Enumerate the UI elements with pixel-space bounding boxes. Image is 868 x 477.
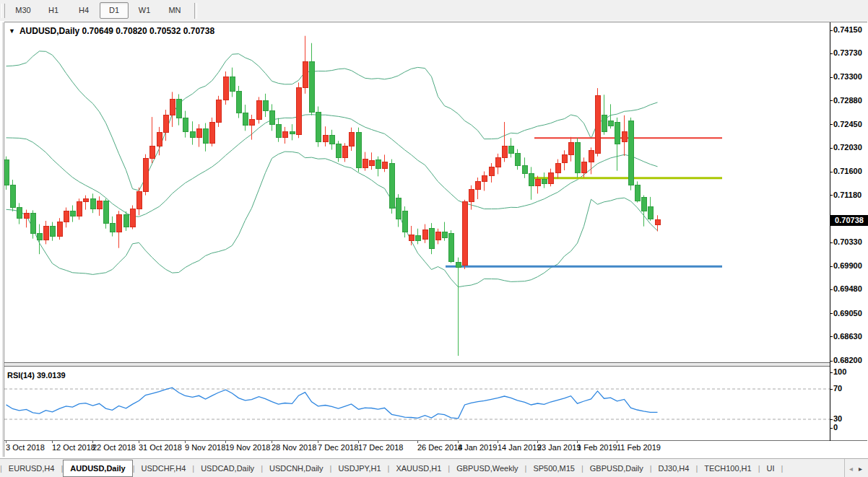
rsi-axis-label: 100 [833,367,862,376]
price-axis-label: 0.69480 [833,284,868,293]
toolbar-separator [194,3,197,19]
tab-scroll-buttons: ◂ ▸ [844,459,867,477]
price-axis-label: 0.68200 [833,356,868,364]
price-axis-label: 0.73300 [833,72,868,81]
tab-audusd-daily[interactable]: AUDUSD,Daily [63,460,132,477]
rsi-axis-label: 70 [833,384,862,393]
timeframe-toolbar: M30 H1 H4 D1 W1 MN [0,0,868,22]
time-axis-label: 11 Feb 2019 [617,443,661,452]
time-axis-label: 12 Oct 2018 [52,443,95,452]
tab-tech100-h1[interactable]: TECH100,H1 [698,460,758,477]
price-axis-label: 0.72450 [833,120,868,128]
tab-eurusd-h4[interactable]: EURUSD,H4 [2,460,61,477]
current-price-tag: 0.70738 [830,215,868,226]
symbol-ohlc-text: AUDUSD,Daily 0.70649 0.70820 0.70532 0.7… [19,26,214,36]
time-axis-label: 1 Feb 2019 [577,443,617,452]
tab-usdcad-daily[interactable]: USDCAD,Daily [194,460,261,477]
timeframe-button-m30[interactable]: M30 [9,2,38,19]
timeframe-button-w1[interactable]: W1 [130,2,159,19]
time-axis-label: 3 Oct 2018 [6,443,45,452]
time-axis-label: 26 Dec 2018 [417,443,462,452]
time-axis-label: 19 Nov 2018 [225,443,270,452]
price-axis-label: 0.71180 [833,191,868,199]
tab-gbpusd-weekly[interactable]: GBPUSD,Weekly [450,460,524,477]
price-axis-label: 0.68630 [833,332,868,341]
time-axis-label: 23 Jan 2019 [537,443,581,452]
tab-ui[interactable]: UI [760,460,781,477]
timeframe-button-mn[interactable]: MN [160,2,189,19]
price-axis-label: 0.69050 [833,309,868,318]
rsi-axis-label: 30 [833,414,862,423]
toolbar-grip[interactable] [1,4,5,18]
mt4-window: M30 H1 H4 D1 W1 MN ▼ AUDUSD,Daily 0.7064… [0,0,868,477]
price-axis-label: 0.74150 [833,25,868,34]
time-axis-label: 4 Jan 2019 [458,443,497,452]
timeframe-button-d1[interactable]: D1 [100,2,129,19]
time-axis-label: 22 Oct 2018 [92,443,136,452]
timeframe-button-h1[interactable]: H1 [39,2,68,19]
price-axis-label: 0.72880 [833,96,868,105]
tab-usdcnh-daily[interactable]: USDCNH,Daily [263,460,330,477]
chart-window: ▼ AUDUSD,Daily 0.70649 0.70820 0.70532 0… [0,21,868,458]
tab-dj30-h4[interactable]: DJ30,H4 [652,460,696,477]
time-axis-label: 17 Dec 2018 [358,443,403,452]
time-axis-label: 14 Jan 2019 [498,443,542,452]
tab-usdchf-h4[interactable]: USDCHF,H4 [135,460,193,477]
timeframe-button-h4[interactable]: H4 [69,2,98,19]
price-axis-label: 0.72030 [833,143,868,152]
price-axis-label: 0.73730 [833,48,868,57]
tab-scroll-right-icon[interactable]: ▸ [859,465,862,473]
tab-sp500-m15[interactable]: SP500,M15 [526,460,581,477]
price-axis-label: 0.69900 [833,261,868,270]
time-axis-label: 28 Nov 2018 [272,443,316,452]
tab-gbpusd-daily[interactable]: GBPUSD,Daily [583,460,650,477]
time-axis-label: 31 Oct 2018 [139,443,182,452]
chart-tab-bar: |EURUSD,H4|AUDUSD,Daily|USDCHF,H4|USDCAD… [0,458,868,477]
tab-xauusd-h1[interactable]: XAUUSD,H1 [389,460,448,477]
chart-canvas[interactable] [0,21,868,458]
rsi-indicator-label: RSI(14) 39.0139 [7,371,66,380]
tab-scroll-left-icon[interactable]: ◂ [849,465,853,473]
tab-usdjpy-h1[interactable]: USDJPY,H1 [331,460,387,477]
symbol-ohlc-line: ▼ AUDUSD,Daily 0.70649 0.70820 0.70532 0… [9,26,214,36]
tab-separator: | [781,464,784,473]
symbol-dropdown-icon[interactable]: ▼ [9,27,15,35]
rsi-axis-label: 0 [833,423,862,432]
tabs-holder: |EURUSD,H4|AUDUSD,Daily|USDCHF,H4|USDCAD… [0,460,783,477]
price-axis-label: 0.70330 [833,237,868,246]
time-axis-label: 9 Nov 2018 [185,443,225,452]
time-axis-label: 7 Dec 2018 [318,443,358,452]
price-axis-label: 0.71600 [833,167,868,175]
